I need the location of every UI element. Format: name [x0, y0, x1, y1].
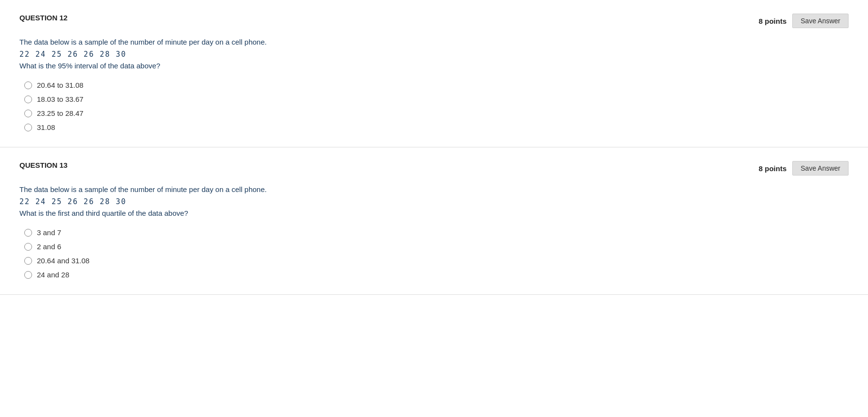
- divider-bottom: [0, 294, 868, 295]
- question-13-body: The data below is a sample of the number…: [19, 184, 849, 279]
- question-13-ask: What is the first and third quartile of …: [19, 208, 849, 219]
- question-13-points: 8 points: [759, 164, 787, 173]
- question-12-label-b: 18.03 to 33.67: [37, 95, 83, 103]
- question-12-label-a: 20.64 to 31.08: [37, 81, 83, 89]
- question-13-radio-a[interactable]: [24, 229, 32, 237]
- question-12-radio-c[interactable]: [24, 110, 32, 117]
- question-13-label-c: 20.64 and 31.08: [37, 257, 89, 265]
- question-12-option-d[interactable]: 31.08: [24, 123, 849, 131]
- question-12-label-d: 31.08: [37, 123, 55, 131]
- question-13-radio-b[interactable]: [24, 243, 32, 251]
- question-13-label-d: 24 and 28: [37, 271, 69, 279]
- question-12-radio-a[interactable]: [24, 81, 32, 89]
- question-13-option-d[interactable]: 24 and 28: [24, 271, 849, 279]
- question-12-save-button[interactable]: Save Answer: [792, 14, 849, 28]
- question-13-option-a[interactable]: 3 and 7: [24, 228, 849, 237]
- question-13-label-b: 2 and 6: [37, 242, 61, 251]
- question-13-label-a: 3 and 7: [37, 228, 61, 237]
- question-13-options: 3 and 7 2 and 6 20.64 and 31.08 24 and 2…: [24, 228, 849, 279]
- question-12-option-a[interactable]: 20.64 to 31.08: [24, 81, 849, 89]
- question-12-option-c[interactable]: 23.25 to 28.47: [24, 109, 849, 117]
- question-13-block: QUESTION 13 8 points Save Answer The dat…: [0, 147, 868, 294]
- question-13-meta: 8 points Save Answer: [759, 161, 849, 176]
- question-12-data: 22 24 25 26 26 28 30: [19, 50, 849, 59]
- question-13-option-b[interactable]: 2 and 6: [24, 242, 849, 251]
- question-13-header: QUESTION 13 8 points Save Answer: [19, 161, 849, 176]
- question-12-radio-b[interactable]: [24, 96, 32, 103]
- question-13-radio-c[interactable]: [24, 257, 32, 265]
- question-12-points: 8 points: [759, 17, 787, 25]
- question-13-text: The data below is a sample of the number…: [19, 184, 849, 195]
- question-12-ask: What is the 95% interval of the data abo…: [19, 61, 849, 72]
- question-12-options: 20.64 to 31.08 18.03 to 33.67 23.25 to 2…: [24, 81, 849, 131]
- question-12-option-b[interactable]: 18.03 to 33.67: [24, 95, 849, 103]
- question-12-body: The data below is a sample of the number…: [19, 37, 849, 131]
- question-13-radio-d[interactable]: [24, 271, 32, 279]
- question-12-header: QUESTION 12 8 points Save Answer: [19, 14, 849, 28]
- question-13-save-button[interactable]: Save Answer: [792, 161, 849, 176]
- question-12-label-c: 23.25 to 28.47: [37, 109, 83, 117]
- question-13-title: QUESTION 13: [19, 161, 67, 169]
- question-12-title: QUESTION 12: [19, 14, 67, 22]
- question-13-option-c[interactable]: 20.64 and 31.08: [24, 257, 849, 265]
- question-12-meta: 8 points Save Answer: [759, 14, 849, 28]
- question-12-radio-d[interactable]: [24, 124, 32, 131]
- page-container: QUESTION 12 8 points Save Answer The dat…: [0, 0, 868, 417]
- question-13-data: 22 24 25 26 26 28 30: [19, 197, 849, 206]
- question-12-block: QUESTION 12 8 points Save Answer The dat…: [0, 0, 868, 147]
- question-12-text: The data below is a sample of the number…: [19, 37, 849, 48]
